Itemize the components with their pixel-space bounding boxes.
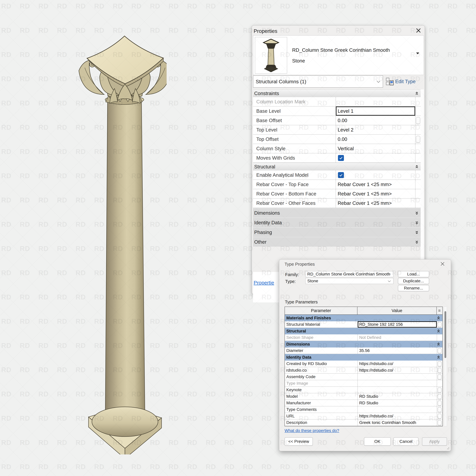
type-dropdown-icon[interactable] <box>416 52 420 55</box>
watermark-text: RD <box>224 341 235 350</box>
diameter-value-cell[interactable]: 35.56 <box>357 347 437 354</box>
associate-parameter-button[interactable] <box>438 394 442 399</box>
resize-grip[interactable] <box>446 446 450 450</box>
top-level-value-cell[interactable]: Level 2 <box>336 125 415 134</box>
value-column-header: Value <box>357 307 437 314</box>
chevron-collapse-icon[interactable] <box>415 91 419 95</box>
preview-button[interactable]: << Preview <box>285 437 313 446</box>
chevron-expand-icon[interactable] <box>415 211 419 215</box>
associate-parameter-button[interactable] <box>438 374 442 379</box>
ok-button[interactable]: OK <box>364 437 391 446</box>
rdstudio-co-value-cell[interactable]: https://rdstudio.co/ <box>357 367 437 373</box>
chevron-collapse-icon[interactable] <box>437 329 440 333</box>
property-row-top-offset: Top Offset 0.00 <box>253 135 421 144</box>
associate-parameter-button[interactable] <box>438 348 442 353</box>
associate-parameter-button[interactable] <box>416 117 420 124</box>
associate-parameter-button[interactable] <box>438 401 442 406</box>
chevron-collapse-icon[interactable] <box>415 165 419 169</box>
associate-parameter-button[interactable] <box>438 414 442 419</box>
load-button[interactable]: Load... <box>398 271 429 277</box>
section-shape-value-cell[interactable]: Not Defined <box>357 334 437 341</box>
moves-with-grids-value-cell[interactable] <box>336 153 415 162</box>
associate-parameter-button[interactable] <box>438 388 442 392</box>
base-offset-value-cell[interactable]: 0.00 <box>336 116 415 125</box>
table-scrollbar[interactable] <box>444 306 447 426</box>
watermark-text: RD <box>1 341 11 350</box>
chevron-collapse-icon[interactable] <box>437 355 440 359</box>
associate-parameter-button[interactable] <box>438 322 442 327</box>
rebar-cover-bottom-face-value-cell[interactable]: Rebar Cover 1 <25 mm> <box>336 189 415 198</box>
url-value-cell[interactable]: https://rdstudio.co/ <box>357 413 437 419</box>
rename-button[interactable]: Rename... <box>398 285 429 291</box>
watermark-text: RD <box>187 196 197 204</box>
column-style-value-cell[interactable]: Vertical <box>336 144 415 153</box>
watermark-text: RD <box>466 196 476 204</box>
type-comments-value-cell[interactable] <box>357 406 437 413</box>
watermark-text: RD <box>466 51 476 59</box>
properties-help-link[interactable]: Propertie <box>254 280 274 286</box>
watermark-text: RD <box>206 172 216 180</box>
chevron-collapse-icon[interactable] <box>437 316 440 320</box>
associate-parameter-button[interactable] <box>438 361 442 366</box>
watermark-text: RD <box>20 317 30 325</box>
close-icon[interactable] <box>416 28 421 33</box>
chevron-expand-icon[interactable] <box>415 240 419 244</box>
scrollbar-thumb[interactable] <box>444 311 446 358</box>
manufacturer-value-cell[interactable]: RD Studio <box>357 400 437 406</box>
rebar-cover-other-faces-value-cell[interactable]: Rebar Cover 1 <25 mm> <box>336 199 415 208</box>
model-value-cell[interactable]: RD Studio <box>357 393 437 400</box>
type-image-value-cell[interactable] <box>357 380 437 387</box>
category-combobox[interactable]: Structural Columns (1) <box>253 75 383 88</box>
properties-help-link[interactable]: What do these properties do? <box>285 428 339 433</box>
watermark-text: RD <box>38 148 49 156</box>
column-style-label: Column Style <box>253 144 336 153</box>
section-header-constraints[interactable]: Constraints <box>253 89 421 97</box>
edit-type-button[interactable]: Edit Type <box>386 76 424 87</box>
associate-parameter-button[interactable] <box>416 136 420 143</box>
watermark-text: RD <box>466 245 476 253</box>
manufacturer-eq-cell <box>437 400 442 406</box>
section-header-identity-data[interactable]: Identity Data <box>253 218 421 227</box>
created-by-rd-studio-value-cell[interactable]: https://rdstudio.co/ <box>357 360 437 367</box>
watermark-text: RD <box>20 51 30 59</box>
section-header-structural[interactable]: Structural <box>253 163 421 170</box>
rebar-cover-top-face-side-cell <box>415 180 421 189</box>
watermark-text: RD <box>466 341 476 350</box>
associate-parameter-button[interactable] <box>438 407 442 412</box>
rebar-cover-top-face-value-cell[interactable]: Rebar Cover 1 <25 mm> <box>336 180 415 189</box>
parameter-group-dimensions[interactable]: Dimensions <box>285 341 442 347</box>
enable-analytical-model-value-cell[interactable] <box>336 170 415 180</box>
column-location-mark-value-cell[interactable] <box>336 97 415 106</box>
watermark-text: RD <box>447 220 458 228</box>
structural-material-value-cell[interactable]: RD_Stone 192 182 156 <box>357 321 437 327</box>
chevron-expand-icon[interactable] <box>415 221 419 225</box>
chevron-expand-icon[interactable] <box>415 230 419 234</box>
associate-parameter-button[interactable] <box>438 420 442 425</box>
close-icon[interactable] <box>440 261 445 266</box>
parameter-group-structural[interactable]: Structural <box>285 328 442 334</box>
chevron-collapse-icon[interactable] <box>437 342 440 346</box>
type-combobox[interactable]: Stone <box>305 278 393 284</box>
cancel-button[interactable]: Cancel <box>393 437 418 446</box>
parameter-group-materials-and-finishes[interactable]: Materials and Finishes <box>285 315 442 321</box>
keynote-value-cell[interactable] <box>357 387 437 393</box>
watermark-text: RD <box>169 293 179 301</box>
watermark-text: RD <box>206 341 216 350</box>
description-value-cell[interactable]: Greek Ionic Corinthian Smooth <box>357 420 437 426</box>
enable-analytical-model-checkbox[interactable] <box>338 172 344 178</box>
type-selector[interactable]: RD_Column Stone Greek Corinthian Smooth … <box>253 35 424 75</box>
section-header-phasing[interactable]: Phasing <box>253 227 421 237</box>
moves-with-grids-checkbox[interactable] <box>338 155 344 161</box>
base-level-value-cell[interactable]: Level 1 <box>336 106 415 116</box>
panel-scroll-strip[interactable] <box>421 89 424 272</box>
assembly-code-value-cell[interactable] <box>357 374 437 380</box>
section-header-other[interactable]: Other <box>253 237 421 247</box>
top-offset-value-cell[interactable]: 0.00 <box>336 135 415 144</box>
associate-parameter-button[interactable] <box>438 368 442 373</box>
duplicate-button[interactable]: Duplicate... <box>398 278 429 284</box>
parameter-group-identity-data[interactable]: Identity Data <box>285 354 442 360</box>
section-header-dimensions[interactable]: Dimensions <box>253 208 421 218</box>
family-combobox[interactable]: RD_Column Stone Greek Corinthian Smooth <box>305 271 393 277</box>
watermark-text: RD <box>1 390 11 398</box>
apply-button[interactable]: Apply <box>422 437 447 446</box>
